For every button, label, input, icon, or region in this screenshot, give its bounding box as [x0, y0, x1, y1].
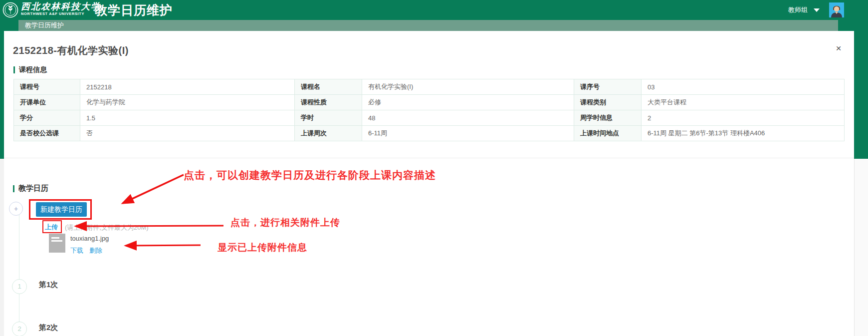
timeline-line: [19, 215, 19, 336]
chevron-down-icon: [814, 8, 820, 12]
download-link[interactable]: 下载: [70, 246, 83, 255]
section-marker: [13, 66, 15, 73]
field-value: 6-11周 星期二 第6节-第13节 理科楼A406: [642, 126, 845, 141]
field-value: 化学与药学院: [80, 95, 295, 110]
upload-hint-text: (请上传附件,文件最大为20M): [65, 223, 149, 232]
annotation-upload-hint: 点击，进行相关附件上传: [230, 216, 340, 229]
table-row: 是否校公选课 否 上课周次 6-11周 上课时间地点 6-11周 星期二 第6节…: [14, 126, 845, 141]
attachment-actions: 下载 删除: [70, 246, 102, 255]
calendar-section-title: 教学日历: [18, 184, 48, 193]
nav-bar-fill: 教学日历维护: [18, 20, 838, 31]
background-strip: [854, 159, 868, 336]
course-info-table: 课程号 2152218 课程名 有机化学实验(I) 课序号 03 开课单位 化学…: [13, 79, 845, 141]
attachment-filename: touxiang1.jpg: [70, 235, 109, 242]
timeline-node-2[interactable]: 2: [12, 322, 27, 336]
university-name: 西北农林科技大学 NORTHWEST A&F UNIVERSITY: [21, 1, 101, 16]
field-value: 2: [642, 110, 845, 126]
course-title: 2152218-有机化学实验(I): [13, 44, 129, 57]
field-value: 否: [80, 126, 295, 141]
field-value: 2152218: [80, 79, 295, 95]
table-row: 开课单位 化学与药学院 课程性质 必修 课程类别 大类平台课程: [14, 95, 845, 110]
timeline-node-1[interactable]: 1: [12, 279, 27, 294]
new-calendar-button[interactable]: 新建教学日历: [36, 202, 87, 217]
field-label: 是否校公选课: [14, 126, 80, 141]
field-label: 课程名: [295, 79, 362, 95]
field-value: 6-11周: [362, 126, 574, 141]
upload-link[interactable]: 上传: [45, 223, 58, 232]
tab-teaching-calendar[interactable]: 教学日历维护: [25, 20, 64, 31]
file-icon: [49, 234, 65, 253]
calendar-section-header: 教学日历: [13, 184, 48, 193]
annotation-create-hint: 点击，可以创建教学日历及进行各阶段上课内容描述: [184, 168, 436, 182]
field-label: 学分: [14, 110, 80, 126]
delete-link[interactable]: 删除: [89, 246, 102, 255]
background-strip: [854, 31, 868, 159]
avatar[interactable]: [829, 2, 844, 17]
secondary-nav-bar: 教学日历维护: [0, 20, 868, 31]
university-logo-icon: [2, 2, 18, 18]
field-value: 大类平台课程: [642, 95, 845, 110]
field-label: 上课周次: [295, 126, 362, 141]
background-strip: [0, 159, 4, 336]
field-label: 课程号: [14, 79, 80, 95]
field-label: 学时: [295, 110, 362, 126]
section-marker: [13, 185, 14, 192]
field-label: 课程类别: [574, 95, 642, 110]
page-title: 教学日历维护: [95, 2, 173, 18]
field-value: 必修: [362, 95, 574, 110]
step-label-1: 第1次: [39, 280, 58, 290]
close-icon[interactable]: ×: [833, 43, 844, 54]
course-info-section-title: 课程信息: [19, 65, 47, 74]
field-label: 课序号: [574, 79, 642, 95]
table-row: 学分 1.5 学时 48 周学时信息 2: [14, 110, 845, 126]
field-value: 03: [642, 79, 845, 95]
field-label: 周学时信息: [574, 110, 642, 126]
field-value: 48: [362, 110, 574, 126]
person-icon: [829, 2, 844, 17]
user-role-dropdown[interactable]: 教师组: [788, 0, 820, 20]
course-info-section-header: 课程信息: [13, 65, 47, 74]
top-header-bar: 西北农林科技大学 NORTHWEST A&F UNIVERSITY 教学日历维护…: [0, 0, 868, 20]
university-name-zh: 西北农林科技大学: [21, 1, 101, 11]
user-role-label: 教师组: [788, 5, 808, 14]
field-label: 开课单位: [14, 95, 80, 110]
step-label-2: 第2次: [39, 323, 58, 333]
background-strip: [0, 31, 4, 159]
section-divider: [4, 158, 854, 158]
teaching-calendar-page: 西北农林科技大学 NORTHWEST A&F UNIVERSITY 教学日历维护…: [0, 0, 868, 336]
field-label: 上课时间地点: [574, 126, 642, 141]
field-label: 课程性质: [295, 95, 362, 110]
course-detail-panel: [4, 31, 854, 336]
field-value: 有机化学实验(I): [362, 79, 574, 95]
timeline-add-node[interactable]: +: [9, 202, 23, 216]
field-value: 1.5: [80, 110, 295, 126]
annotation-attachment-hint: 显示已上传附件信息: [217, 241, 307, 254]
university-name-en: NORTHWEST A&F UNIVERSITY: [21, 11, 101, 16]
table-row: 课程号 2152218 课程名 有机化学实验(I) 课序号 03: [14, 79, 845, 95]
